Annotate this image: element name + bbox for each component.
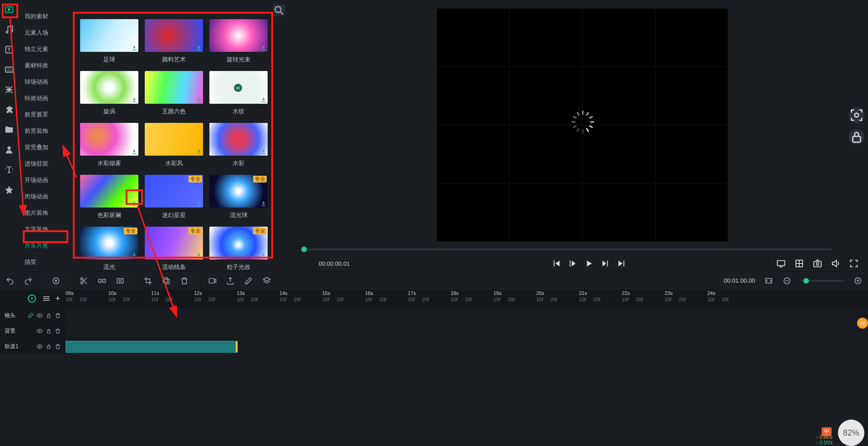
seek-bar[interactable]	[301, 248, 832, 250]
asset-thumbnail[interactable]: 专业 流光球	[209, 175, 268, 219]
download-icon[interactable]	[131, 148, 137, 155]
asset-thumbnail[interactable]: 水彩风	[145, 123, 203, 167]
category-item[interactable]: 我的素材	[18, 8, 72, 25]
category-item[interactable]: 片头片尾	[18, 238, 72, 254]
marker-button[interactable]	[51, 276, 61, 285]
zoom-out-button[interactable]	[782, 276, 792, 285]
music-icon[interactable]	[4, 25, 14, 35]
redo-button[interactable]	[24, 276, 33, 285]
trash-icon[interactable]	[55, 312, 61, 319]
lock-icon[interactable]	[46, 312, 52, 319]
cc-icon[interactable]: CC	[4, 65, 14, 75]
trash-icon[interactable]	[55, 343, 61, 350]
timeline-clip[interactable]	[66, 341, 238, 353]
pattern-icon[interactable]	[4, 85, 14, 95]
asset-thumbnail[interactable]: 专业 流光	[80, 227, 138, 271]
download-icon[interactable]	[196, 252, 202, 258]
person-icon[interactable]	[4, 145, 14, 155]
folder-icon[interactable]	[4, 125, 14, 135]
category-item[interactable]: 转场动画	[18, 74, 72, 90]
asset-thumbnail[interactable]: 足球	[80, 19, 138, 64]
category-item[interactable]: 背景叠加	[18, 139, 72, 156]
search-button[interactable]	[273, 5, 285, 16]
zoom-in-button[interactable]	[853, 276, 863, 285]
track-header[interactable]: 背景	[0, 327, 66, 335]
asset-thumbnail[interactable]: 旋转光束	[209, 19, 268, 64]
download-icon[interactable]	[131, 252, 137, 258]
asset-thumbnail[interactable]: 旋涡	[80, 71, 138, 116]
link-icon[interactable]	[27, 312, 34, 319]
undo-button[interactable]	[5, 276, 15, 285]
track-lane[interactable]	[66, 308, 868, 323]
track-lane[interactable]	[66, 324, 868, 339]
download-icon[interactable]	[131, 200, 137, 207]
asset-thumbnail[interactable]: 水彩烟雾	[80, 123, 138, 167]
notification-badge[interactable]: 82	[857, 318, 868, 329]
group-button[interactable]	[97, 276, 107, 285]
category-item[interactable]: 开场动画	[18, 172, 72, 188]
text-icon[interactable]: T	[4, 45, 14, 55]
asset-thumbnail[interactable]: 专业 粒子光效	[209, 227, 268, 271]
typography-icon[interactable]	[4, 165, 14, 175]
download-icon[interactable]	[260, 148, 267, 155]
copy-button[interactable]	[162, 276, 171, 285]
track-lane[interactable]	[66, 339, 868, 354]
fullscreen-button[interactable]	[849, 258, 859, 269]
export-button[interactable]	[226, 276, 235, 285]
next-frame-button[interactable]	[600, 258, 610, 269]
eye-icon[interactable]	[36, 327, 43, 335]
category-item[interactable]: 进场驻留	[18, 156, 72, 172]
goto-end-button[interactable]	[617, 258, 627, 269]
zoom-slider[interactable]	[801, 280, 844, 282]
download-icon[interactable]	[260, 200, 267, 207]
category-item[interactable]: 搞笑	[18, 254, 72, 270]
prev-frame-button[interactable]	[568, 258, 578, 269]
asset-thumbnail[interactable]: 专业 迷幻星星	[145, 175, 203, 219]
download-icon[interactable]	[260, 96, 267, 103]
focus-button[interactable]	[849, 107, 864, 123]
asset-thumbnail[interactable]: 色彩斑斓	[80, 175, 138, 219]
track-header[interactable]: 轨道1	[0, 343, 66, 350]
eye-icon[interactable]	[36, 312, 43, 319]
snapshot-button[interactable]	[812, 258, 822, 269]
align-button[interactable]	[116, 276, 125, 285]
download-icon[interactable]	[196, 45, 202, 51]
category-item[interactable]: 文字装饰	[18, 221, 72, 238]
category-item[interactable]: 特效动画	[18, 90, 72, 106]
grid-button[interactable]	[794, 258, 804, 269]
download-icon[interactable]	[196, 148, 202, 155]
download-icon[interactable]	[260, 45, 267, 51]
track-menu-button[interactable]	[43, 298, 50, 299]
puzzle-icon[interactable]	[4, 105, 14, 115]
track-header[interactable]: 镜头	[0, 312, 66, 319]
download-icon[interactable]	[196, 200, 202, 207]
screen-button[interactable]	[776, 258, 786, 269]
edit-button[interactable]	[244, 276, 253, 285]
lock-icon[interactable]	[46, 327, 52, 335]
goto-start-button[interactable]	[551, 258, 561, 269]
lock-icon[interactable]	[46, 343, 52, 350]
category-item[interactable]: 图片装饰	[18, 205, 72, 221]
asset-thumbnail[interactable]: 五颜六色	[145, 71, 203, 116]
download-icon[interactable]	[260, 252, 267, 258]
crop-button[interactable]	[143, 276, 152, 285]
keyframe-indicator[interactable]	[28, 294, 36, 303]
asset-thumbnail[interactable]: 专业 流动线条	[145, 227, 203, 271]
download-icon[interactable]	[131, 45, 137, 51]
category-item[interactable]: 闭场动画	[18, 188, 72, 205]
media-icon[interactable]	[4, 5, 14, 15]
timeline-ruler[interactable]: 09s10f20f10s10f20f11s10f20f12s10f20f13s1…	[66, 290, 868, 307]
trash-icon[interactable]	[55, 327, 61, 335]
volume-button[interactable]	[831, 258, 841, 269]
asset-thumbnail[interactable]: 颜料艺术	[145, 19, 203, 64]
split-button[interactable]	[79, 276, 88, 285]
category-item[interactable]: 前景遮罩	[18, 106, 72, 123]
category-item[interactable]: 前景装饰	[18, 123, 72, 139]
star-icon[interactable]	[4, 185, 14, 195]
add-track-button[interactable]: +	[55, 294, 60, 304]
category-item[interactable]: 元素入场	[18, 25, 72, 41]
download-icon[interactable]	[196, 96, 202, 103]
record-button[interactable]	[208, 276, 217, 285]
asset-thumbnail[interactable]: vc 水纹	[209, 71, 268, 116]
download-icon[interactable]	[131, 96, 137, 103]
